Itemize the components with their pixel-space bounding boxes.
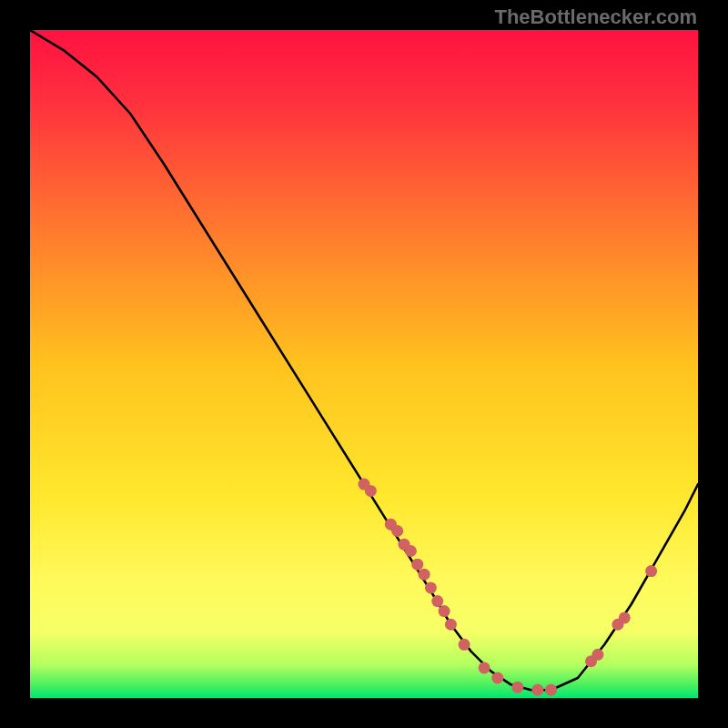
chart-svg (30, 30, 698, 698)
data-marker (425, 581, 437, 593)
gradient-background (30, 30, 698, 698)
data-marker (365, 485, 377, 497)
data-marker (592, 649, 603, 661)
data-marker (491, 672, 503, 683)
data-marker (445, 619, 457, 631)
data-marker (459, 639, 470, 651)
data-marker (479, 662, 490, 673)
bottleneck-gradient-chart (30, 30, 698, 698)
data-marker (391, 525, 403, 537)
data-marker (411, 559, 423, 571)
data-marker (431, 595, 443, 607)
data-marker (531, 684, 543, 696)
data-marker (419, 569, 430, 581)
watermark-text: TheBottlenecker.com (494, 5, 697, 29)
data-marker (405, 545, 417, 557)
data-marker (645, 565, 657, 577)
data-marker (511, 682, 523, 693)
data-marker (545, 684, 557, 696)
data-marker (619, 612, 631, 623)
data-marker (439, 605, 450, 617)
